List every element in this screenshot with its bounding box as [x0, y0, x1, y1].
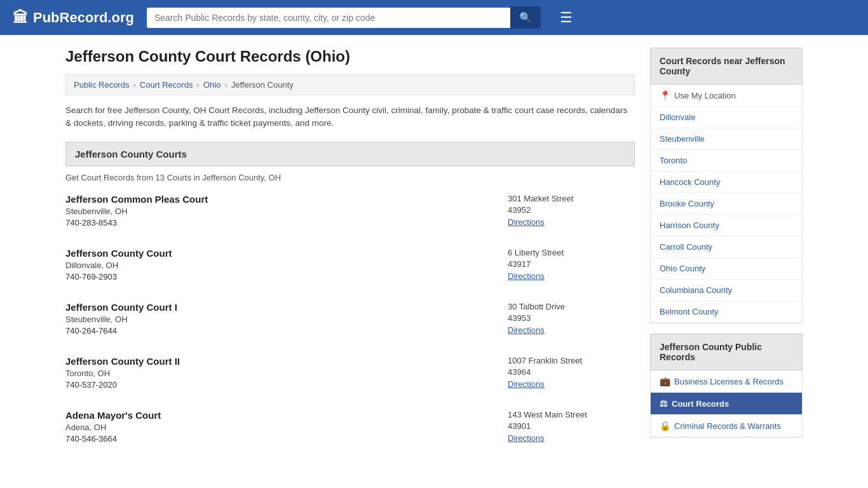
court-phone: 740-537-2020 [65, 380, 508, 390]
directions-link[interactable]: Directions [508, 271, 545, 281]
court-name: Jefferson County Court I [65, 302, 508, 313]
court-entry: Jefferson County Court Dillonvale, OH 74… [65, 248, 635, 287]
court-directions: Directions [508, 433, 635, 443]
pr-label-0: Business Licenses & Records [674, 377, 783, 386]
nearby-link-3[interactable]: Hancock County [651, 172, 802, 193]
court-right-3: 1007 Franklin Street 43964 Directions [508, 356, 635, 390]
court-phone: 740-769-2903 [65, 272, 508, 281]
main-container: Jefferson County Court Records (Ohio) Pu… [53, 35, 815, 477]
court-phone: 740-283-8543 [65, 218, 508, 227]
page-description: Search for free Jefferson County, OH Cou… [65, 104, 635, 130]
court-directions: Directions [508, 271, 635, 281]
court-address: 1007 Franklin Street [508, 356, 635, 365]
menu-icon: ☰ [560, 10, 573, 25]
court-entry: Jefferson Common Pleas Court Steubenvill… [65, 194, 635, 233]
public-records-link-2[interactable]: 🔒Criminal Records & Warrants [651, 415, 802, 437]
court-city: Adena, OH [65, 423, 508, 432]
court-left-1: Jefferson County Court Dillonvale, OH 74… [65, 248, 508, 281]
breadcrumb-court-records[interactable]: Court Records [140, 80, 193, 90]
use-my-location-link[interactable]: 📍 Use My Location [651, 85, 802, 107]
public-records-links-list: 💼Business Licenses & Records⚖Court Recor… [651, 370, 802, 437]
court-name: Jefferson County Court [65, 248, 508, 259]
pr-icon-2: 🔒 [660, 421, 670, 431]
court-city: Dillonvale, OH [65, 261, 508, 270]
nearby-link-2[interactable]: Toronto [651, 150, 802, 172]
nearby-link-5[interactable]: Harrison County [651, 215, 802, 236]
breadcrumb-sep-3: › [224, 80, 227, 90]
pr-icon-1: ⚖ [660, 398, 668, 409]
court-name: Jefferson County Court II [65, 356, 508, 367]
page-title: Jefferson County Court Records (Ohio) [65, 48, 635, 65]
court-address: 30 Talbott Drive [508, 302, 635, 311]
court-left-2: Jefferson County Court I Steubenville, O… [65, 302, 508, 336]
court-city: Toronto, OH [65, 369, 508, 378]
public-records-link-0[interactable]: 💼Business Licenses & Records [651, 370, 802, 393]
logo-icon: 🏛 [13, 9, 28, 27]
directions-link[interactable]: Directions [508, 217, 545, 227]
nearby-link-4[interactable]: Brooke County [651, 193, 802, 215]
search-button[interactable]: 🔍 [510, 6, 541, 29]
court-city: Steubenville, OH [65, 207, 508, 216]
breadcrumb: Public Records › Court Records › Ohio › … [65, 74, 635, 95]
court-left-3: Jefferson County Court II Toronto, OH 74… [65, 356, 508, 390]
use-my-location-label: Use My Location [674, 91, 736, 100]
courts-section-header: Jefferson County Courts [65, 142, 635, 166]
court-right-1: 6 Liberty Street 43917 Directions [508, 248, 635, 281]
courts-section-desc: Get Court Records from 13 Courts in Jeff… [65, 173, 635, 182]
menu-button[interactable]: ☰ [560, 10, 573, 26]
court-right-4: 143 West Main Street 43901 Directions [508, 410, 635, 444]
court-right-2: 30 Talbott Drive 43953 Directions [508, 302, 635, 336]
court-name: Adena Mayor's Court [65, 410, 508, 421]
court-zip: 43901 [508, 421, 635, 431]
court-address: 143 West Main Street [508, 410, 635, 419]
search-icon: 🔍 [519, 12, 532, 23]
pr-label-1: Court Records [672, 399, 729, 409]
directions-link[interactable]: Directions [508, 325, 545, 335]
logo-text: PubRecord.org [33, 10, 134, 26]
breadcrumb-public-records[interactable]: Public Records [74, 80, 129, 90]
court-phone: 740-546-3664 [65, 434, 508, 444]
breadcrumb-sep-1: › [133, 80, 135, 90]
public-records-links-container: 💼Business Licenses & Records⚖Court Recor… [650, 370, 803, 438]
public-records-section-header: Jefferson County Public Records [650, 334, 803, 370]
directions-link[interactable]: Directions [508, 433, 545, 443]
search-input[interactable] [147, 8, 510, 28]
content-area: Jefferson County Court Records (Ohio) Pu… [65, 48, 635, 464]
breadcrumb-ohio[interactable]: Ohio [203, 80, 220, 90]
court-zip: 43952 [508, 205, 635, 215]
court-entry: Jefferson County Court I Steubenville, O… [65, 302, 635, 341]
court-list: Jefferson Common Pleas Court Steubenvill… [65, 194, 635, 449]
nearby-link-7[interactable]: Ohio County [651, 258, 802, 280]
pr-label-2: Criminal Records & Warrants [674, 421, 781, 431]
court-city: Steubenville, OH [65, 315, 508, 324]
nearby-link-1[interactable]: Steubenville [651, 128, 802, 150]
court-directions: Directions [508, 379, 635, 389]
court-directions: Directions [508, 325, 635, 335]
court-zip: 43917 [508, 259, 635, 269]
directions-link[interactable]: Directions [508, 379, 545, 389]
nearby-links-list: DillonvaleSteubenvilleTorontoHancock Cou… [651, 107, 802, 323]
nearby-link-6[interactable]: Carroll County [651, 236, 802, 258]
nearby-link-9[interactable]: Belmont County [651, 301, 802, 323]
breadcrumb-jefferson-county: Jefferson County [231, 80, 294, 90]
search-bar: 🔍 [147, 6, 541, 29]
public-records-link-1[interactable]: ⚖Court Records [651, 393, 802, 415]
pr-icon-0: 💼 [660, 376, 670, 386]
site-logo[interactable]: 🏛 PubRecord.org [13, 9, 134, 27]
court-zip: 43953 [508, 313, 635, 323]
nearby-link-0[interactable]: Dillonvale [651, 107, 802, 128]
court-right-0: 301 Market Street 43952 Directions [508, 194, 635, 227]
court-entry: Jefferson County Court II Toronto, OH 74… [65, 356, 635, 395]
court-address: 301 Market Street [508, 194, 635, 203]
court-left-4: Adena Mayor's Court Adena, OH 740-546-36… [65, 410, 508, 444]
nearby-links-container: 📍 Use My Location DillonvaleSteubenville… [650, 85, 803, 323]
court-directions: Directions [508, 217, 635, 227]
court-entry: Adena Mayor's Court Adena, OH 740-546-36… [65, 410, 635, 449]
location-icon: 📍 [660, 90, 670, 100]
nearby-section-header: Court Records near Jefferson County [650, 48, 803, 85]
court-left-0: Jefferson Common Pleas Court Steubenvill… [65, 194, 508, 227]
nearby-link-8[interactable]: Columbiana County [651, 280, 802, 301]
sidebar: Court Records near Jefferson County 📍 Us… [650, 48, 803, 464]
site-header: 🏛 PubRecord.org 🔍 ☰ [0, 0, 868, 35]
court-phone: 740-264-7644 [65, 326, 508, 336]
